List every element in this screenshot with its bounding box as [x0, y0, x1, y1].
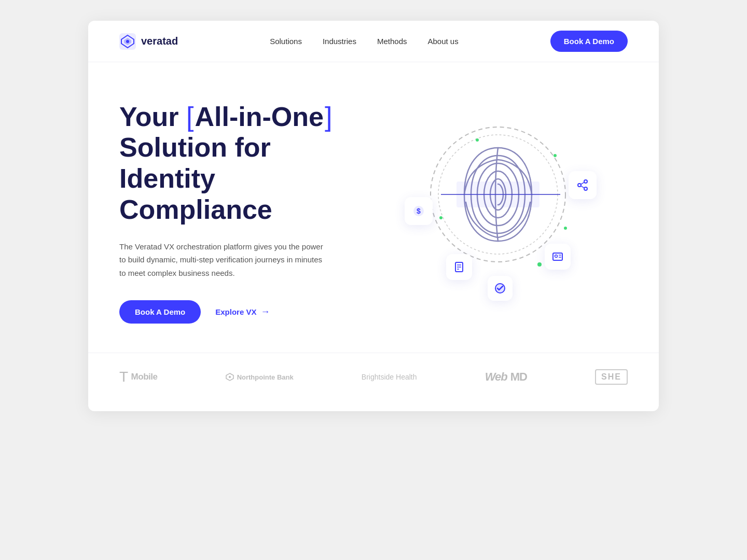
- she-label: SHE: [601, 372, 621, 382]
- nav-links: Solutions Industries Methods About us: [270, 37, 459, 46]
- id-card-icon: [551, 250, 564, 263]
- card-id: [545, 244, 571, 270]
- tmobile-t: T: [119, 369, 128, 385]
- logo-tmobile: T Mobile: [119, 369, 157, 385]
- navbar: veratad Solutions Industries Methods Abo…: [88, 21, 659, 62]
- logo-she: SHE: [595, 369, 628, 385]
- hero-book-demo-button[interactable]: Book A Demo: [119, 300, 201, 324]
- hero-explore-link[interactable]: Explore VX →: [215, 306, 270, 317]
- logo-webmd: WebMD: [485, 370, 527, 384]
- nav-item-solutions[interactable]: Solutions: [270, 37, 302, 46]
- dollar-icon: $: [412, 205, 425, 217]
- page-wrapper: veratad Solutions Industries Methods Abo…: [88, 21, 659, 411]
- svg-point-13: [554, 154, 557, 157]
- nav-item-methods[interactable]: Methods: [377, 37, 407, 46]
- arrow-right-icon: →: [260, 306, 270, 317]
- card-share: [569, 171, 597, 199]
- svg-point-9: [537, 262, 542, 267]
- hero-illustration: $: [368, 99, 628, 327]
- brand-name: veratad: [141, 35, 178, 47]
- card-checkmark: [488, 276, 513, 301]
- tmobile-name: Mobile: [131, 372, 158, 382]
- hero-title-highlight: All-in-One: [186, 102, 332, 133]
- svg-point-17: [578, 184, 581, 187]
- svg-point-3: [126, 40, 129, 43]
- svg-point-16: [584, 180, 587, 183]
- hero-actions: Book A Demo Explore VX →: [119, 300, 368, 324]
- svg-point-12: [476, 138, 479, 142]
- card-dollar: $: [405, 197, 433, 225]
- hero-section: Your All-in-One Solution for IdentityCom…: [88, 62, 659, 353]
- logo-brightside: Brightside Health: [362, 373, 417, 381]
- hero-description: The Veratad VX orchestration platform gi…: [119, 240, 327, 280]
- hero-title: Your All-in-One Solution for IdentityCom…: [119, 102, 368, 226]
- svg-text:$: $: [417, 207, 421, 215]
- hero-explore-label: Explore VX: [215, 307, 256, 316]
- northpointe-label: Northpointe Bank: [237, 373, 294, 381]
- svg-point-18: [584, 187, 587, 190]
- svg-point-32: [229, 376, 231, 378]
- brightside-label: Brightside Health: [362, 373, 417, 381]
- webmd-web: Web: [485, 370, 507, 384]
- share-icon: [576, 179, 589, 191]
- svg-point-10: [439, 216, 442, 219]
- svg-point-11: [564, 227, 567, 230]
- svg-line-20: [581, 186, 585, 188]
- document-icon: [453, 261, 465, 273]
- logo-icon: [119, 33, 136, 50]
- logos-bar: T Mobile Northpointe Bank Brightside Hea…: [88, 353, 659, 411]
- logo-northpointe: Northpointe Bank: [226, 373, 294, 381]
- card-document: [446, 254, 472, 280]
- northpointe-icon: [226, 373, 234, 381]
- logo-link[interactable]: veratad: [119, 33, 178, 50]
- hero-content: Your All-in-One Solution for IdentityCom…: [119, 102, 368, 324]
- fingerprint-container: $: [389, 114, 607, 311]
- hero-title-pre: Your: [119, 102, 186, 132]
- nav-item-about[interactable]: About us: [428, 37, 459, 46]
- nav-item-industries[interactable]: Industries: [323, 37, 356, 46]
- nav-book-demo-button[interactable]: Book A Demo: [550, 31, 628, 52]
- checkmark-icon: [494, 282, 506, 295]
- webmd-md: MD: [510, 370, 527, 384]
- svg-line-19: [581, 182, 585, 184]
- svg-point-26: [555, 255, 558, 258]
